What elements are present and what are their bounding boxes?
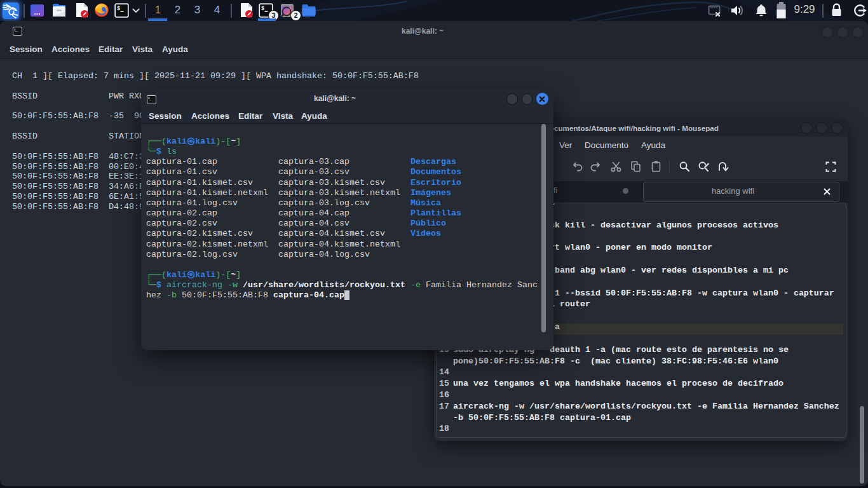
- svg-text:$: $: [261, 6, 264, 12]
- svg-text:$: $: [117, 6, 120, 12]
